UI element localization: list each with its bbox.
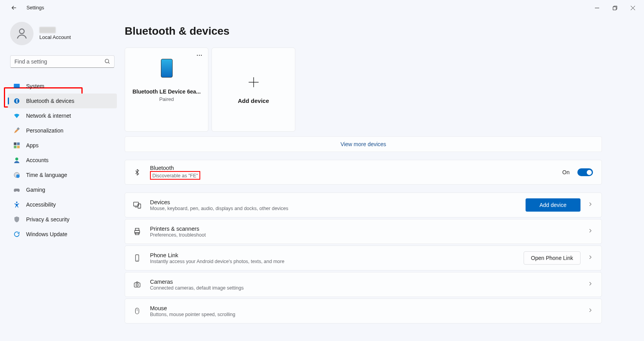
device-state: Paired [159,96,174,102]
sidebar-item-accessibility[interactable]: Accessibility [8,197,117,212]
accessibility-icon [13,201,20,208]
svg-point-17 [16,175,20,178]
account-type: Local Account [39,34,71,40]
cameras-title: Cameras [150,279,580,285]
annotation-highlight-discoverable: Discoverable as "FE" [150,171,200,180]
device-name: Bluetooth LE Device 6ea... [132,88,201,95]
bluetooth-title: Bluetooth [150,165,554,171]
svg-point-5 [105,59,109,63]
open-phone-link-button[interactable]: Open Phone Link [524,251,580,265]
mouse-subtitle: Buttons, mouse pointer speed, scrolling [150,312,580,317]
svg-point-15 [15,157,18,161]
mouse-icon [132,306,142,316]
device-card[interactable]: ··· Bluetooth LE Device 6ea... Paired [125,48,208,132]
mouse-title: Mouse [150,305,580,311]
add-device-button[interactable]: Add device [526,198,580,212]
svg-point-4 [19,29,24,34]
display-icon [13,83,20,90]
main-content: Bluetooth & devices ··· Bluetooth LE Dev… [121,16,644,341]
sidebar-item-apps[interactable]: Apps [8,138,117,153]
sidebar-item-label: Accounts [26,157,49,163]
printer-icon [132,226,142,237]
printers-title: Printers & scanners [150,226,580,232]
sidebar-item-label: Gaming [26,187,45,193]
sidebar-item-label: System [26,83,44,89]
sidebar-item-personalization[interactable]: Personalization [8,123,117,138]
bluetooth-toggle-card: Bluetooth Discoverable as "FE" On [125,160,602,185]
phone-icon [132,253,142,263]
sidebar-item-system[interactable]: System [8,79,117,94]
devices-card[interactable]: Devices Mouse, keyboard, pen, audio, dis… [125,193,602,217]
printers-subtitle: Preferences, troubleshoot [150,232,580,238]
phone-link-card[interactable]: Phone Link Instantly access your Android… [125,246,602,270]
bluetooth-subtitle: Discoverable as "FE" [152,173,198,178]
toggle-state-label: On [562,169,570,175]
globe-clock-icon [13,171,20,178]
window-minimize-button[interactable] [588,2,606,14]
gamepad-icon [13,186,20,193]
search-input[interactable] [10,55,115,68]
svg-rect-26 [135,233,139,235]
person-icon [13,157,20,164]
sidebar-item-label: Privacy & security [26,216,69,223]
sidebar-item-label: Network & internet [26,113,71,119]
chevron-right-icon [588,228,593,235]
devices-icon [132,200,142,210]
titlebar: Settings [0,0,644,16]
sidebar-item-label: Personalization [26,127,64,134]
chevron-right-icon [588,201,593,208]
window-maximize-button[interactable] [606,2,624,14]
plus-icon [247,76,260,89]
sidebar: Local Account System Bluetooth & devices… [0,16,121,341]
user-name-redacted [39,27,56,33]
sidebar-item-label: Accessibility [26,201,56,208]
svg-rect-11 [14,143,17,145]
sidebar-item-accounts[interactable]: Accounts [8,153,117,168]
svg-rect-12 [17,143,20,145]
view-more-devices-link[interactable]: View more devices [341,141,386,147]
view-more-devices[interactable]: View more devices [125,136,602,152]
add-device-label: Add device [238,97,269,104]
wifi-icon [13,112,20,119]
phone-link-title: Phone Link [150,252,516,258]
back-button[interactable] [10,4,18,12]
mouse-card[interactable]: Mouse Buttons, mouse pointer speed, scro… [125,299,602,323]
bluetooth-outline-icon [132,167,142,177]
printers-card[interactable]: Printers & scanners Preferences, trouble… [125,219,602,244]
window-close-button[interactable] [624,2,642,14]
add-device-card[interactable]: Add device [212,48,295,132]
window-title: Settings [26,5,44,11]
sidebar-item-time-language[interactable]: Time & language [8,168,117,182]
devices-title: Devices [150,199,518,205]
camera-icon [132,279,142,290]
sidebar-item-bluetooth-devices[interactable]: Bluetooth & devices [8,94,117,108]
bluetooth-icon [13,97,20,104]
sidebar-item-label: Time & language [26,172,67,178]
sidebar-item-label: Apps [26,142,39,148]
cameras-card[interactable]: Cameras Connected cameras, default image… [125,272,602,297]
svg-point-30 [136,284,138,286]
svg-rect-1 [613,7,616,10]
sidebar-item-label: Windows Update [26,231,67,237]
svg-point-18 [16,201,18,203]
chevron-right-icon [588,254,593,261]
sidebar-item-privacy[interactable]: Privacy & security [8,212,117,227]
phone-icon [161,59,173,78]
bluetooth-toggle[interactable] [577,168,593,176]
search-icon [104,58,111,66]
phone-link-subtitle: Instantly access your Android device's p… [150,259,516,264]
update-icon [13,231,20,238]
page-title: Bluetooth & devices [125,25,602,37]
devices-subtitle: Mouse, keyboard, pen, audio, displays an… [150,206,518,211]
apps-icon [13,142,20,149]
sidebar-item-gaming[interactable]: Gaming [8,182,117,197]
chevron-right-icon [588,307,593,314]
sidebar-item-label: Bluetooth & devices [26,98,74,104]
brush-icon [13,127,20,134]
shield-icon [13,216,20,223]
more-icon[interactable]: ··· [196,52,203,58]
profile-block[interactable]: Local Account [8,19,117,53]
sidebar-item-network[interactable]: Network & internet [8,108,117,123]
svg-rect-14 [17,146,20,148]
sidebar-item-windows-update[interactable]: Windows Update [8,227,117,242]
